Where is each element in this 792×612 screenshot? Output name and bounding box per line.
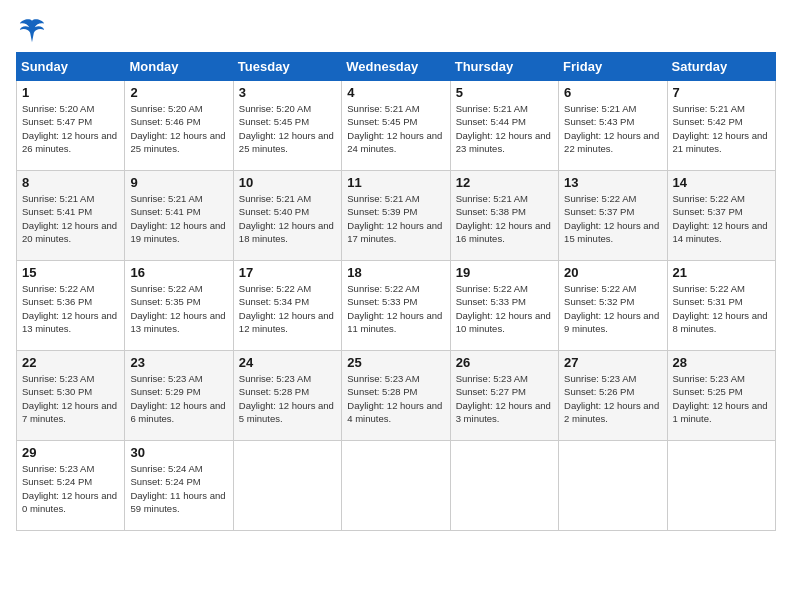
logo-bird-icon	[18, 16, 46, 44]
day-info: Sunrise: 5:20 AMSunset: 5:45 PMDaylight:…	[239, 103, 334, 154]
day-info: Sunrise: 5:22 AMSunset: 5:31 PMDaylight:…	[673, 283, 768, 334]
day-number: 25	[347, 355, 444, 370]
day-number: 8	[22, 175, 119, 190]
day-number: 13	[564, 175, 661, 190]
day-number: 22	[22, 355, 119, 370]
day-info: Sunrise: 5:22 AMSunset: 5:32 PMDaylight:…	[564, 283, 659, 334]
day-info: Sunrise: 5:21 AMSunset: 5:41 PMDaylight:…	[130, 193, 225, 244]
day-info: Sunrise: 5:23 AMSunset: 5:28 PMDaylight:…	[239, 373, 334, 424]
calendar-week-2: 8 Sunrise: 5:21 AMSunset: 5:41 PMDayligh…	[17, 171, 776, 261]
logo	[16, 16, 46, 40]
day-info: Sunrise: 5:22 AMSunset: 5:34 PMDaylight:…	[239, 283, 334, 334]
day-info: Sunrise: 5:23 AMSunset: 5:30 PMDaylight:…	[22, 373, 117, 424]
day-number: 11	[347, 175, 444, 190]
calendar-cell: 17 Sunrise: 5:22 AMSunset: 5:34 PMDaylig…	[233, 261, 341, 351]
day-info: Sunrise: 5:21 AMSunset: 5:42 PMDaylight:…	[673, 103, 768, 154]
calendar-cell: 16 Sunrise: 5:22 AMSunset: 5:35 PMDaylig…	[125, 261, 233, 351]
day-info: Sunrise: 5:21 AMSunset: 5:38 PMDaylight:…	[456, 193, 551, 244]
day-number: 6	[564, 85, 661, 100]
day-number: 30	[130, 445, 227, 460]
day-number: 19	[456, 265, 553, 280]
weekday-header-tuesday: Tuesday	[233, 53, 341, 81]
day-number: 12	[456, 175, 553, 190]
day-number: 2	[130, 85, 227, 100]
calendar-cell: 8 Sunrise: 5:21 AMSunset: 5:41 PMDayligh…	[17, 171, 125, 261]
calendar-cell: 14 Sunrise: 5:22 AMSunset: 5:37 PMDaylig…	[667, 171, 775, 261]
calendar-cell: 5 Sunrise: 5:21 AMSunset: 5:44 PMDayligh…	[450, 81, 558, 171]
calendar-cell: 9 Sunrise: 5:21 AMSunset: 5:41 PMDayligh…	[125, 171, 233, 261]
calendar-cell: 25 Sunrise: 5:23 AMSunset: 5:28 PMDaylig…	[342, 351, 450, 441]
day-info: Sunrise: 5:22 AMSunset: 5:33 PMDaylight:…	[347, 283, 442, 334]
day-number: 29	[22, 445, 119, 460]
day-number: 15	[22, 265, 119, 280]
day-number: 24	[239, 355, 336, 370]
page-header	[16, 16, 776, 40]
calendar-cell: 10 Sunrise: 5:21 AMSunset: 5:40 PMDaylig…	[233, 171, 341, 261]
day-number: 10	[239, 175, 336, 190]
calendar-cell: 2 Sunrise: 5:20 AMSunset: 5:46 PMDayligh…	[125, 81, 233, 171]
calendar-cell: 26 Sunrise: 5:23 AMSunset: 5:27 PMDaylig…	[450, 351, 558, 441]
day-info: Sunrise: 5:23 AMSunset: 5:28 PMDaylight:…	[347, 373, 442, 424]
day-info: Sunrise: 5:20 AMSunset: 5:47 PMDaylight:…	[22, 103, 117, 154]
day-number: 18	[347, 265, 444, 280]
day-number: 14	[673, 175, 770, 190]
day-info: Sunrise: 5:23 AMSunset: 5:27 PMDaylight:…	[456, 373, 551, 424]
calendar-cell: 19 Sunrise: 5:22 AMSunset: 5:33 PMDaylig…	[450, 261, 558, 351]
calendar-cell: 6 Sunrise: 5:21 AMSunset: 5:43 PMDayligh…	[559, 81, 667, 171]
calendar-week-4: 22 Sunrise: 5:23 AMSunset: 5:30 PMDaylig…	[17, 351, 776, 441]
day-number: 4	[347, 85, 444, 100]
calendar-week-5: 29 Sunrise: 5:23 AMSunset: 5:24 PMDaylig…	[17, 441, 776, 531]
calendar-cell	[559, 441, 667, 531]
day-info: Sunrise: 5:21 AMSunset: 5:40 PMDaylight:…	[239, 193, 334, 244]
day-number: 9	[130, 175, 227, 190]
calendar-week-1: 1 Sunrise: 5:20 AMSunset: 5:47 PMDayligh…	[17, 81, 776, 171]
day-info: Sunrise: 5:21 AMSunset: 5:43 PMDaylight:…	[564, 103, 659, 154]
calendar-cell: 29 Sunrise: 5:23 AMSunset: 5:24 PMDaylig…	[17, 441, 125, 531]
calendar-cell: 15 Sunrise: 5:22 AMSunset: 5:36 PMDaylig…	[17, 261, 125, 351]
calendar-cell: 18 Sunrise: 5:22 AMSunset: 5:33 PMDaylig…	[342, 261, 450, 351]
calendar-cell: 20 Sunrise: 5:22 AMSunset: 5:32 PMDaylig…	[559, 261, 667, 351]
day-number: 23	[130, 355, 227, 370]
calendar-table: SundayMondayTuesdayWednesdayThursdayFrid…	[16, 52, 776, 531]
weekday-header-saturday: Saturday	[667, 53, 775, 81]
calendar-cell	[450, 441, 558, 531]
weekday-header-sunday: Sunday	[17, 53, 125, 81]
calendar-cell: 30 Sunrise: 5:24 AMSunset: 5:24 PMDaylig…	[125, 441, 233, 531]
day-info: Sunrise: 5:23 AMSunset: 5:25 PMDaylight:…	[673, 373, 768, 424]
weekday-header-monday: Monday	[125, 53, 233, 81]
day-info: Sunrise: 5:21 AMSunset: 5:45 PMDaylight:…	[347, 103, 442, 154]
weekday-header-wednesday: Wednesday	[342, 53, 450, 81]
calendar-cell	[342, 441, 450, 531]
calendar-cell: 13 Sunrise: 5:22 AMSunset: 5:37 PMDaylig…	[559, 171, 667, 261]
calendar-cell: 7 Sunrise: 5:21 AMSunset: 5:42 PMDayligh…	[667, 81, 775, 171]
calendar-cell	[667, 441, 775, 531]
day-number: 21	[673, 265, 770, 280]
day-info: Sunrise: 5:22 AMSunset: 5:35 PMDaylight:…	[130, 283, 225, 334]
day-number: 16	[130, 265, 227, 280]
calendar-cell: 27 Sunrise: 5:23 AMSunset: 5:26 PMDaylig…	[559, 351, 667, 441]
day-number: 17	[239, 265, 336, 280]
calendar-cell: 23 Sunrise: 5:23 AMSunset: 5:29 PMDaylig…	[125, 351, 233, 441]
day-info: Sunrise: 5:21 AMSunset: 5:39 PMDaylight:…	[347, 193, 442, 244]
day-number: 27	[564, 355, 661, 370]
day-info: Sunrise: 5:23 AMSunset: 5:26 PMDaylight:…	[564, 373, 659, 424]
weekday-header-row: SundayMondayTuesdayWednesdayThursdayFrid…	[17, 53, 776, 81]
calendar-cell	[233, 441, 341, 531]
day-info: Sunrise: 5:24 AMSunset: 5:24 PMDaylight:…	[130, 463, 225, 514]
calendar-cell: 28 Sunrise: 5:23 AMSunset: 5:25 PMDaylig…	[667, 351, 775, 441]
calendar-week-3: 15 Sunrise: 5:22 AMSunset: 5:36 PMDaylig…	[17, 261, 776, 351]
day-number: 7	[673, 85, 770, 100]
calendar-cell: 4 Sunrise: 5:21 AMSunset: 5:45 PMDayligh…	[342, 81, 450, 171]
day-info: Sunrise: 5:22 AMSunset: 5:33 PMDaylight:…	[456, 283, 551, 334]
calendar-cell: 22 Sunrise: 5:23 AMSunset: 5:30 PMDaylig…	[17, 351, 125, 441]
calendar-cell: 12 Sunrise: 5:21 AMSunset: 5:38 PMDaylig…	[450, 171, 558, 261]
day-info: Sunrise: 5:21 AMSunset: 5:44 PMDaylight:…	[456, 103, 551, 154]
day-number: 1	[22, 85, 119, 100]
calendar-cell: 21 Sunrise: 5:22 AMSunset: 5:31 PMDaylig…	[667, 261, 775, 351]
weekday-header-friday: Friday	[559, 53, 667, 81]
day-info: Sunrise: 5:20 AMSunset: 5:46 PMDaylight:…	[130, 103, 225, 154]
calendar-cell: 24 Sunrise: 5:23 AMSunset: 5:28 PMDaylig…	[233, 351, 341, 441]
day-number: 20	[564, 265, 661, 280]
day-number: 26	[456, 355, 553, 370]
weekday-header-thursday: Thursday	[450, 53, 558, 81]
